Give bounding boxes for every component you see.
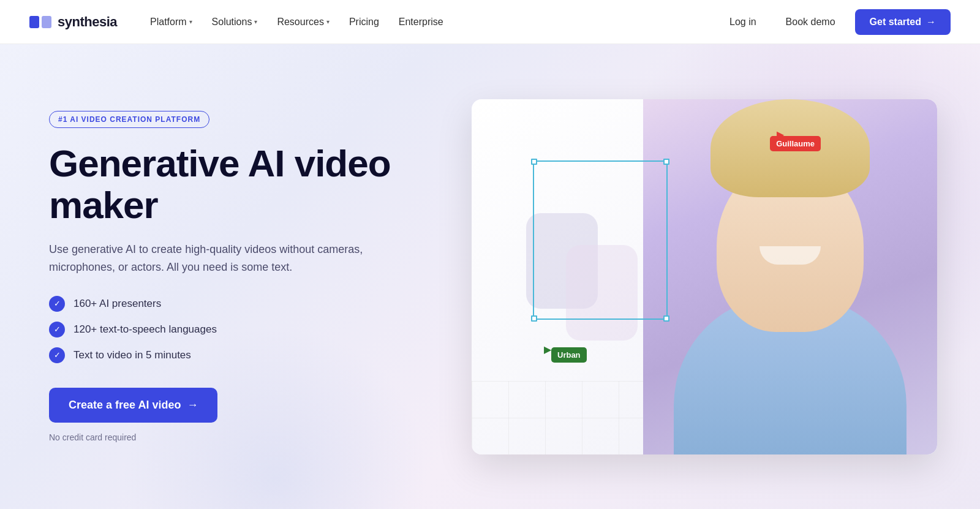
navigation: synthesia Platform ▾ Solutions ▾ Resourc… — [0, 0, 980, 44]
feature-item-1: ✓ 160+ AI presenters — [49, 296, 392, 312]
nav-pricing[interactable]: Pricing — [341, 12, 388, 32]
logo[interactable]: synthesia — [29, 13, 117, 31]
logo-text: synthesia — [58, 14, 117, 30]
feature-item-2: ✓ 120+ text-to-speech languages — [49, 322, 392, 337]
check-icon-2: ✓ — [49, 322, 65, 337]
nav-links: Platform ▾ Solutions ▾ Resources ▾ Prici… — [141, 12, 720, 32]
nav-platform[interactable]: Platform ▾ — [141, 12, 201, 32]
selection-handle-bl[interactable] — [531, 315, 537, 322]
feature-item-3: ✓ Text to video in 5 minutes — [49, 347, 392, 363]
presenter-smile — [760, 246, 821, 265]
cta-button[interactable]: Create a free AI video → — [49, 388, 217, 423]
svg-rect-0 — [29, 16, 39, 28]
urban-arrow: ▶ — [544, 344, 551, 355]
features-list: ✓ 160+ AI presenters ✓ 120+ text-to-spee… — [49, 296, 392, 363]
book-demo-button[interactable]: Book demo — [776, 12, 845, 32]
nav-right: Log in Book demo Get started → — [720, 9, 951, 35]
chevron-down-icon: ▾ — [254, 18, 257, 25]
arrow-right-icon: → — [926, 17, 936, 28]
arrow-right-icon: → — [187, 399, 198, 412]
check-icon-1: ✓ — [49, 296, 65, 312]
guillaume-label: Guillaume — [770, 136, 821, 151]
selection-handle-tl[interactable] — [531, 159, 537, 165]
hero-left: #1 AI VIDEO CREATION PLATFORM Generative… — [0, 44, 429, 509]
badge-text: #1 AI VIDEO CREATION PLATFORM — [58, 115, 200, 124]
video-card: ▶ Guillaume ▶ Urban — [472, 99, 937, 454]
nav-resources[interactable]: Resources ▾ — [268, 12, 337, 32]
selection-box — [533, 160, 668, 320]
no-credit-card-text: No credit card required — [49, 432, 392, 442]
selection-handle-br[interactable] — [663, 315, 669, 322]
login-button[interactable]: Log in — [720, 12, 766, 32]
urban-label: Urban — [551, 347, 587, 363]
svg-rect-1 — [42, 16, 51, 28]
hero-description: Use generative AI to create high-quality… — [49, 241, 392, 276]
nav-solutions[interactable]: Solutions ▾ — [203, 12, 266, 32]
chevron-down-icon: ▾ — [189, 18, 192, 25]
nav-enterprise[interactable]: Enterprise — [390, 12, 452, 32]
check-icon-3: ✓ — [49, 347, 65, 363]
get-started-button[interactable]: Get started → — [855, 9, 951, 35]
selection-handle-tr[interactable] — [663, 159, 669, 165]
hero-title: Generative AI video maker — [49, 143, 392, 226]
hero-section: #1 AI VIDEO CREATION PLATFORM Generative… — [0, 44, 980, 509]
hero-right: ▶ Guillaume ▶ Urban — [429, 44, 980, 509]
presenter-area — [643, 99, 937, 454]
badge: #1 AI VIDEO CREATION PLATFORM — [49, 111, 209, 128]
chevron-down-icon: ▾ — [326, 18, 330, 25]
